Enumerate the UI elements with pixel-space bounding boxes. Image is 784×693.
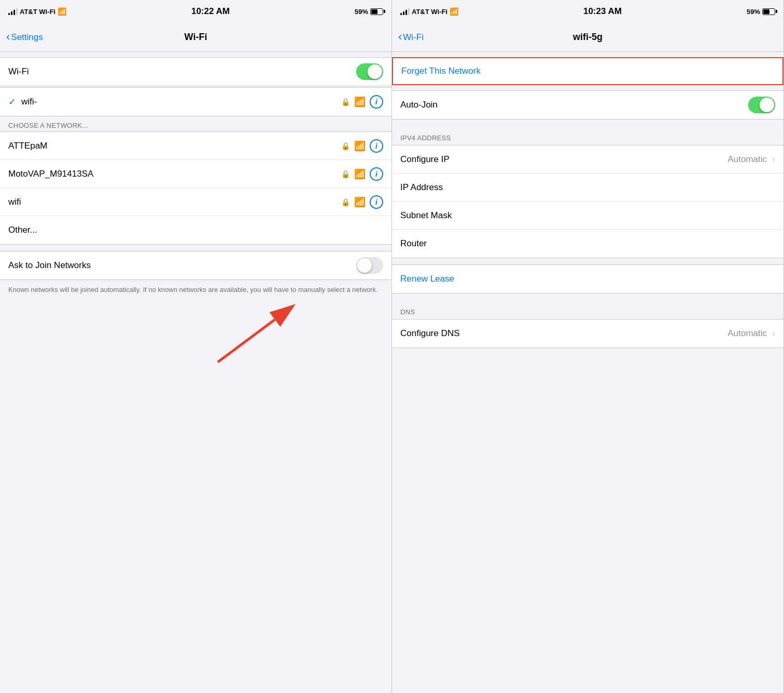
- left-panel: AT&T Wi-Fi 📶 10:22 AM 59% ‹ Settings Wi-…: [0, 0, 392, 693]
- info-circle-button[interactable]: i: [370, 95, 383, 109]
- left-page-title: Wi-Fi: [184, 32, 207, 43]
- subnet-mask-label: Subnet Mask: [400, 210, 775, 221]
- network-row-wifi[interactable]: wifi 🔒 📶 i: [0, 188, 391, 216]
- network-name-attepa: ATTEpaM: [8, 141, 341, 151]
- renew-lease-button[interactable]: Renew Lease: [392, 265, 783, 293]
- right-status-left: AT&T Wi-Fi 📶: [400, 7, 458, 16]
- info-circle-motovap[interactable]: i: [370, 167, 383, 181]
- configure-dns-chevron-icon: ›: [772, 328, 775, 339]
- right-status-bar: AT&T Wi-Fi 📶 10:23 AM 59%: [392, 0, 783, 23]
- wifi-signal-wifi: 📶: [354, 196, 366, 208]
- connected-network-icons: 🔒 📶 i: [341, 95, 383, 109]
- checkmark-icon: ✓: [8, 96, 16, 108]
- right-spacer-4: [392, 259, 783, 264]
- ask-join-helper: Known networks will be joined automatica…: [0, 281, 391, 299]
- right-wifi-icon: 📶: [450, 7, 458, 16]
- configure-ip-row[interactable]: Configure IP Automatic ›: [392, 145, 783, 174]
- configure-dns-row[interactable]: Configure DNS Automatic ›: [392, 319, 783, 348]
- ask-join-row: Ask to Join Networks: [0, 251, 391, 279]
- left-panel-body: Wi-Fi ✓ wifi- 🔒 📶 i CHOOSE A NETWORK...: [0, 52, 391, 693]
- lock-icon-motovap: 🔒: [341, 170, 350, 178]
- right-battery-icon: [762, 8, 775, 15]
- configure-ip-label: Configure IP: [400, 154, 727, 165]
- network-name-motovap: MotoVAP_M91413SA: [8, 169, 341, 179]
- left-wifi-icon: 📶: [58, 7, 66, 16]
- ask-join-toggle[interactable]: [356, 257, 383, 274]
- wifi-toggle-label: Wi-Fi: [8, 66, 356, 77]
- right-spacer-2: [392, 85, 783, 90]
- ip-address-row: IP Address: [392, 174, 783, 202]
- left-back-label: Settings: [11, 32, 43, 43]
- router-label: Router: [400, 238, 775, 249]
- left-nav-bar: ‹ Settings Wi-Fi: [0, 23, 391, 52]
- router-row: Router: [392, 230, 783, 258]
- wifi-signal-attepa: 📶: [354, 140, 366, 152]
- left-carrier: AT&T Wi-Fi: [20, 8, 56, 16]
- available-networks-section: ATTEpaM 🔒 📶 i MotoVAP_M91413SA 🔒 📶 i wif…: [0, 131, 391, 245]
- choose-network-header: CHOOSE A NETWORK...: [0, 117, 391, 131]
- left-time: 10:22 AM: [191, 6, 229, 17]
- left-status-left: AT&T Wi-Fi 📶: [8, 7, 66, 16]
- spacer-2: [0, 246, 391, 251]
- connected-network-section: ✓ wifi- 🔒 📶 i: [0, 87, 391, 116]
- lock-icon-attepa: 🔒: [341, 142, 350, 150]
- right-spacer-1: [392, 52, 783, 57]
- right-carrier: AT&T Wi-Fi: [412, 8, 448, 16]
- renew-lease-label: Renew Lease: [400, 274, 454, 284]
- ipv4-section: Configure IP Automatic › IP Address Subn…: [392, 145, 783, 258]
- subnet-mask-row: Subnet Mask: [392, 202, 783, 230]
- network-row-motovap[interactable]: MotoVAP_M91413SA 🔒 📶 i: [0, 160, 391, 188]
- wifi-toggle-row: Wi-Fi: [0, 58, 391, 86]
- right-panel: AT&T Wi-Fi 📶 10:23 AM 59% ‹ Wi-Fi wifi-5…: [392, 0, 784, 693]
- dns-section-header: DNS: [392, 300, 783, 319]
- ask-join-label: Ask to Join Networks: [8, 260, 356, 271]
- renew-lease-section: Renew Lease: [392, 264, 783, 294]
- auto-join-section: Auto-Join: [392, 90, 783, 119]
- info-circle-wifi[interactable]: i: [370, 195, 383, 209]
- configure-ip-chevron-icon: ›: [772, 154, 775, 165]
- auto-join-toggle[interactable]: [748, 97, 775, 113]
- network-row-other[interactable]: Other...: [0, 216, 391, 244]
- wifi-signal-motovap: 📶: [354, 168, 366, 180]
- network-row-attepa[interactable]: ATTEpaM 🔒 📶 i: [0, 132, 391, 160]
- right-spacer-3: [392, 121, 783, 126]
- lock-icon-wifi: 🔒: [341, 198, 350, 206]
- right-back-label: Wi-Fi: [403, 32, 424, 43]
- right-status-right: 59%: [747, 8, 775, 16]
- right-nav-bar: ‹ Wi-Fi wifi-5g: [392, 23, 783, 52]
- left-status-bar: AT&T Wi-Fi 📶 10:22 AM 59%: [0, 0, 391, 23]
- left-back-chevron-icon: ‹: [6, 30, 10, 44]
- auto-join-row: Auto-Join: [392, 91, 783, 119]
- network-name-other: Other...: [8, 225, 383, 235]
- left-battery-pct: 59%: [355, 8, 368, 16]
- lock-icon: 🔒: [341, 98, 350, 106]
- dns-section: Configure DNS Automatic ›: [392, 319, 783, 348]
- right-battery-pct: 59%: [747, 8, 760, 16]
- ip-address-label: IP Address: [400, 182, 775, 193]
- ipv4-section-header: IPV4 ADDRESS: [392, 126, 783, 145]
- wifi-signal-icon: 📶: [354, 96, 366, 108]
- signal-bars-icon: [8, 8, 18, 15]
- right-time: 10:23 AM: [583, 6, 621, 17]
- right-signal-bars-icon: [400, 8, 410, 15]
- right-back-chevron-icon: ‹: [398, 30, 402, 44]
- auto-join-label: Auto-Join: [400, 100, 748, 110]
- left-battery-icon: [370, 8, 383, 15]
- configure-ip-value: Automatic: [727, 154, 767, 165]
- forget-network-button[interactable]: Forget This Network: [392, 57, 783, 85]
- ask-join-section: Ask to Join Networks: [0, 251, 391, 280]
- network-name-wifi: wifi: [8, 197, 341, 207]
- right-back-button[interactable]: ‹ Wi-Fi: [398, 31, 424, 44]
- wifi-toggle-section: Wi-Fi: [0, 57, 391, 86]
- left-status-right: 59%: [355, 8, 383, 16]
- left-back-button[interactable]: ‹ Settings: [6, 31, 43, 44]
- wifi-toggle[interactable]: [356, 63, 383, 80]
- connected-network-row[interactable]: ✓ wifi- 🔒 📶 i: [0, 88, 391, 116]
- connected-network-label: wifi-: [21, 97, 341, 107]
- info-circle-attepa[interactable]: i: [370, 139, 383, 153]
- spacer-1: [0, 52, 391, 57]
- right-page-title: wifi-5g: [573, 32, 603, 43]
- configure-dns-value: Automatic: [727, 328, 767, 339]
- configure-dns-label: Configure DNS: [400, 328, 727, 339]
- right-spacer-5: [392, 295, 783, 300]
